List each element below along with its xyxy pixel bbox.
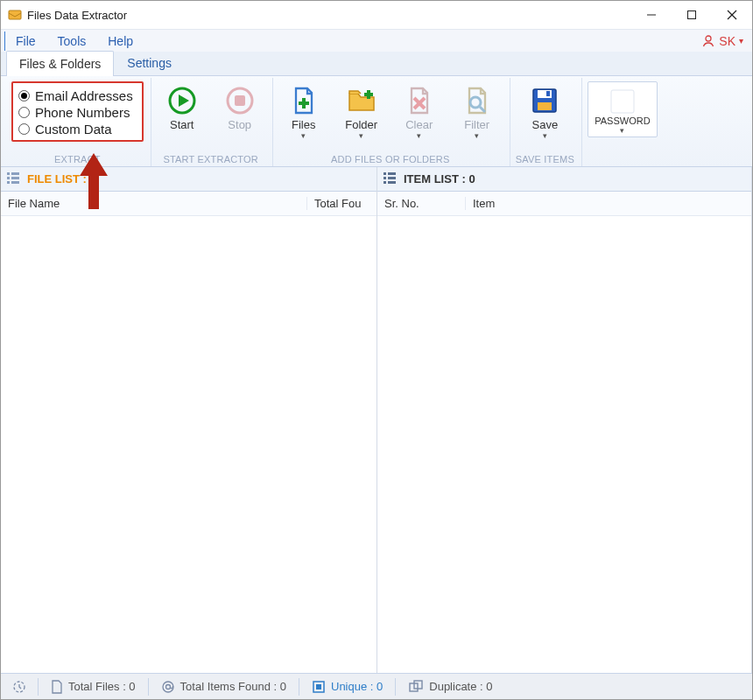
svg-rect-25 [11, 177, 19, 179]
radio-email-addresses[interactable]: Email Addresses [18, 88, 133, 103]
svg-rect-0 [9, 10, 21, 19]
tab-files-folders[interactable]: Files & Folders [6, 51, 114, 76]
chevron-down-icon: ▾ [739, 36, 743, 46]
group-label: EXTRACT [54, 154, 101, 166]
ribbon: Email Addresses Phone Numbers Custom Dat… [1, 76, 752, 167]
filter-label: Filter [464, 118, 489, 131]
duplicate-icon [408, 680, 424, 694]
svg-point-5 [706, 36, 711, 41]
brand-label: SK [719, 34, 735, 48]
file-clear-icon [404, 85, 435, 116]
save-icon [529, 85, 560, 116]
list-icon [6, 171, 20, 188]
svg-rect-23 [11, 172, 19, 175]
start-button[interactable]: Start [157, 81, 208, 133]
radio-label: Email Addresses [35, 88, 133, 103]
panel-file-list: FILE LIST : 0 File Name Total Fou [1, 167, 377, 673]
svg-rect-29 [388, 172, 396, 175]
save-label: Save [531, 118, 558, 131]
svg-rect-21 [611, 90, 634, 113]
ribbon-group-password: PASSWORD ▾ [581, 78, 663, 166]
menu-tools[interactable]: Tools [46, 32, 97, 51]
files-label: Files [292, 118, 315, 131]
ribbon-group-extract: Email Addresses Phone Numbers Custom Dat… [6, 78, 149, 166]
status-bar: Total Files : 0 Total Items Found : 0 Un… [1, 673, 752, 699]
column-headers: Sr. No. Item [377, 192, 751, 216]
menu-help[interactable]: Help [96, 32, 144, 51]
group-label: ADD FILES OR FOLDERS [331, 154, 449, 166]
radio-custom-data[interactable]: Custom Data [18, 122, 133, 136]
chevron-down-icon: ▾ [417, 131, 421, 140]
panel-title: FILE LIST : 0 [27, 172, 96, 186]
svg-rect-27 [11, 181, 19, 184]
group-label: SAVE ITEMS [516, 154, 574, 166]
group-label: START EXTRACTOR [163, 154, 258, 166]
svg-rect-30 [384, 177, 386, 179]
status-label: Total Files : 0 [68, 680, 136, 693]
status-label: Unique : 0 [331, 680, 383, 693]
ribbon-tabs: Files & Folders Settings [1, 52, 752, 76]
folder-add-icon [346, 85, 377, 116]
chevron-down-icon: ▾ [475, 131, 479, 140]
content-panels: FILE LIST : 0 File Name Total Fou ITEM L… [1, 167, 752, 673]
svg-rect-38 [316, 684, 321, 690]
radio-icon [18, 123, 30, 135]
password-button[interactable]: PASSWORD ▾ [588, 81, 658, 137]
group-label [621, 154, 623, 166]
file-icon [51, 680, 63, 694]
chevron-down-icon: ▾ [301, 131, 306, 140]
radio-label: Phone Numbers [35, 105, 130, 120]
stop-button[interactable]: Stop [215, 81, 265, 133]
person-icon [701, 34, 715, 48]
svg-rect-31 [388, 177, 396, 179]
menu-bar: File Tools Help SK ▾ [1, 29, 752, 52]
save-button[interactable]: Save ▾ [519, 81, 570, 142]
minimize-button[interactable] [631, 1, 672, 29]
status-duplicate[interactable]: Duplicate : 0 [403, 680, 497, 694]
svg-point-15 [470, 97, 481, 108]
ribbon-group-add: Files ▾ Folder ▾ Clear ▾ [272, 78, 508, 166]
col-file-name[interactable]: File Name [1, 197, 306, 210]
col-sr-no[interactable]: Sr. No. [377, 197, 465, 210]
window-title: Files Data Extractor [27, 9, 127, 22]
filter-button[interactable]: Filter ▾ [452, 81, 503, 142]
svg-rect-20 [546, 91, 550, 96]
col-item[interactable]: Item [465, 197, 751, 210]
status-unique[interactable]: Unique : 0 [306, 680, 388, 694]
clear-button[interactable]: Clear ▾ [394, 81, 445, 142]
blank-icon [610, 89, 635, 114]
start-label: Start [170, 118, 194, 131]
column-headers: File Name Total Fou [1, 192, 376, 216]
chevron-down-icon: ▾ [620, 126, 624, 135]
svg-point-36 [165, 684, 170, 689]
ribbon-group-save: Save ▾ SAVE ITEMS [510, 78, 580, 166]
tab-settings[interactable]: Settings [114, 50, 185, 75]
at-icon [161, 680, 175, 694]
status-history[interactable] [6, 680, 31, 694]
status-label: Duplicate : 0 [429, 680, 492, 693]
title-bar: Files Data Extractor [1, 1, 752, 29]
svg-rect-19 [538, 102, 552, 110]
svg-rect-28 [384, 172, 386, 175]
brand-profile[interactable]: SK ▾ [701, 34, 752, 48]
status-total-files: Total Files : 0 [46, 680, 141, 694]
close-button[interactable] [712, 1, 752, 29]
file-list-body[interactable] [1, 216, 376, 673]
svg-rect-33 [388, 181, 396, 184]
radio-icon [18, 90, 30, 102]
radio-phone-numbers[interactable]: Phone Numbers [18, 105, 133, 120]
folder-button[interactable]: Folder ▾ [336, 81, 387, 142]
col-total-found[interactable]: Total Fou [306, 197, 376, 210]
maximize-button[interactable] [672, 1, 712, 29]
svg-rect-32 [384, 181, 386, 184]
extract-radio-box: Email Addresses Phone Numbers Custom Dat… [11, 81, 144, 142]
files-button[interactable]: Files ▾ [278, 81, 329, 142]
folder-label: Folder [345, 118, 377, 131]
svg-rect-24 [7, 177, 10, 179]
app-icon [8, 8, 22, 22]
list-icon [383, 171, 397, 188]
panel-title: ITEM LIST : 0 [404, 172, 475, 186]
menu-file[interactable]: File [4, 32, 46, 51]
play-icon [166, 85, 198, 116]
item-list-body[interactable] [377, 216, 751, 673]
